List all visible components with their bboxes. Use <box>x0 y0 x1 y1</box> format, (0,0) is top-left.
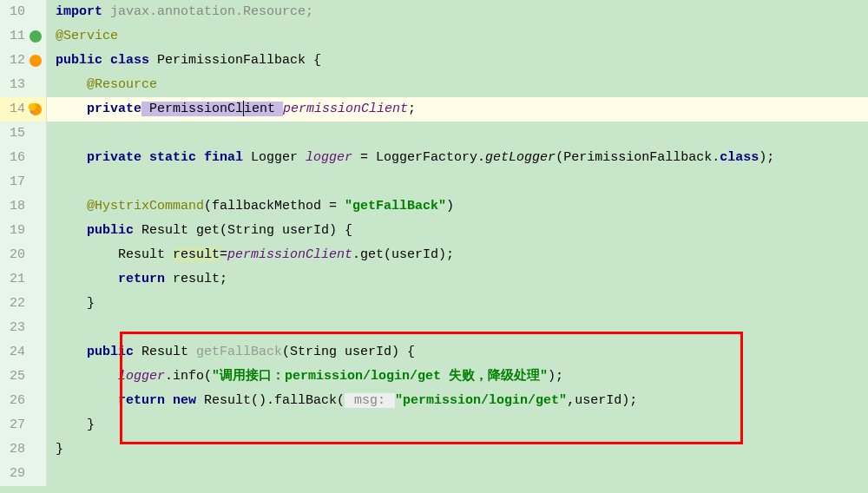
gutter-line[interactable]: 29 <box>0 462 46 486</box>
code-line-current[interactable]: private PermissionClient permissionClien… <box>47 97 868 122</box>
gutter-line[interactable]: 10 <box>0 0 46 24</box>
code-line[interactable] <box>47 316 868 340</box>
code-line[interactable]: } <box>47 413 868 437</box>
param-hint: msg: <box>345 393 395 408</box>
gutter-line[interactable]: 25 <box>0 365 46 389</box>
code-line[interactable]: } <box>47 437 868 462</box>
code-line[interactable]: public Result getFallBack(String userId)… <box>47 340 868 365</box>
gutter-line[interactable]: 22 <box>0 292 46 316</box>
code-line[interactable]: public class PerimissionFallback { <box>47 49 868 73</box>
code-line[interactable]: return result; <box>47 267 868 292</box>
gutter-line[interactable]: 11 <box>0 24 46 49</box>
selection: PermissionCl <box>141 102 243 116</box>
selection: ient <box>244 102 283 116</box>
code-line[interactable]: private static final Logger logger = Log… <box>47 146 868 170</box>
code-line[interactable]: public Result get(String userId) { <box>47 219 868 243</box>
class-icon[interactable] <box>30 55 42 67</box>
svg-rect-1 <box>30 111 34 114</box>
gutter-line[interactable]: 16 <box>0 146 46 170</box>
gutter-line[interactable]: 27 <box>0 413 46 437</box>
code-line[interactable] <box>47 462 868 486</box>
gutter-line[interactable]: 15 <box>0 122 46 146</box>
gutter-line[interactable]: 12 <box>0 49 46 73</box>
gutter-line[interactable]: 23 <box>0 316 46 340</box>
gutter-line[interactable]: 17 <box>0 170 46 194</box>
code-line[interactable]: Result result=permissionClient.get(userI… <box>47 243 868 267</box>
gutter-line[interactable]: 21 <box>0 267 46 292</box>
code-line[interactable]: @HystrixCommand(fallbackMethod = "getFal… <box>47 194 868 219</box>
svg-point-0 <box>29 103 36 111</box>
annotation-icon[interactable] <box>30 30 42 43</box>
gutter-line[interactable]: 13 <box>0 73 46 97</box>
gutter-line[interactable]: 19 <box>0 219 46 243</box>
gutter-line[interactable]: 20 <box>0 243 46 267</box>
code-line[interactable]: @Resource <box>47 73 868 97</box>
line-number-gutter: 10 11 12 13 14 15 16 17 18 19 20 21 22 2… <box>0 0 47 486</box>
gutter-line[interactable]: 24 <box>0 340 46 365</box>
code-line[interactable] <box>47 170 868 194</box>
code-line[interactable]: import javax.annotation.Resource; <box>47 0 868 24</box>
code-line[interactable]: return new Result().fallBack( msg: "perm… <box>47 389 868 413</box>
code-line[interactable]: @Service <box>47 24 868 49</box>
code-line[interactable]: logger.info("调用接口：permission/login/get 失… <box>47 365 868 389</box>
gutter-line[interactable]: 26 <box>0 389 46 413</box>
code-editor[interactable]: import javax.annotation.Resource; @Servi… <box>47 0 868 486</box>
code-line[interactable] <box>47 122 868 146</box>
intention-bulb-icon[interactable] <box>26 102 38 115</box>
gutter-line-current[interactable]: 14 <box>0 97 46 122</box>
gutter-line[interactable]: 28 <box>0 437 46 462</box>
code-line[interactable]: } <box>47 292 868 316</box>
gutter-line[interactable]: 18 <box>0 194 46 219</box>
